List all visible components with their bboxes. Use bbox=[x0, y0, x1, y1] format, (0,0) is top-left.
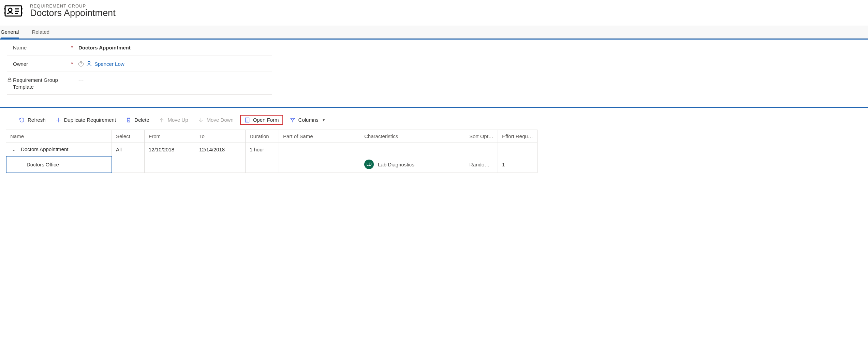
col-header-part-of-same[interactable]: Part of Same bbox=[279, 130, 360, 143]
required-indicator: * bbox=[71, 44, 73, 50]
page-title: Doctors Appointment bbox=[30, 8, 116, 18]
arrow-down-icon bbox=[198, 117, 204, 123]
col-header-characteristics[interactable]: Characteristics bbox=[360, 130, 465, 143]
cell-duration[interactable]: 1 hour bbox=[246, 143, 279, 156]
requirement-group-icon bbox=[4, 4, 23, 19]
move-down-button: Move Down bbox=[195, 115, 237, 124]
duplicate-requirement-button[interactable]: Duplicate Requirement bbox=[52, 115, 119, 124]
cell-characteristics[interactable]: LD Lab Diagnostics bbox=[360, 156, 465, 173]
cell-effort-required[interactable] bbox=[498, 143, 538, 156]
col-header-duration[interactable]: Duration bbox=[246, 130, 279, 143]
characteristic-text: Lab Diagnostics bbox=[378, 162, 414, 167]
col-header-from[interactable]: From bbox=[145, 130, 195, 143]
filter-icon bbox=[290, 117, 296, 123]
delete-button[interactable]: Delete bbox=[122, 115, 152, 124]
button-label: Open Form bbox=[253, 117, 279, 123]
tab-related[interactable]: Related bbox=[32, 29, 49, 38]
table-row[interactable]: ⌄ Doctors Appointment All 12/10/2018 12/… bbox=[6, 143, 538, 156]
refresh-icon bbox=[19, 117, 25, 123]
cell-name: Doctors Appointment bbox=[21, 146, 68, 152]
col-header-sort-option[interactable]: Sort Option bbox=[465, 130, 498, 143]
field-label: Owner bbox=[7, 61, 28, 68]
col-header-to[interactable]: To bbox=[195, 130, 246, 143]
cell-from[interactable] bbox=[145, 156, 195, 173]
button-label: Duplicate Requirement bbox=[64, 117, 116, 123]
person-icon bbox=[86, 61, 92, 67]
field-owner[interactable]: Owner * ? Spencer Low bbox=[7, 56, 272, 72]
requirements-grid[interactable]: Name Select From To Duration Part of Sam… bbox=[6, 130, 538, 173]
cell-select[interactable] bbox=[112, 156, 145, 173]
field-label: Requirement Group Template bbox=[7, 77, 65, 90]
cell-select[interactable]: All bbox=[112, 143, 145, 156]
field-value: --- bbox=[75, 77, 84, 83]
button-label: Refresh bbox=[28, 117, 46, 123]
cell-part-of-same[interactable] bbox=[279, 143, 360, 156]
cell-sort-option[interactable] bbox=[465, 143, 498, 156]
field-name[interactable]: Name * Doctors Appointment bbox=[7, 40, 272, 56]
cell-to[interactable]: 12/14/2018 bbox=[195, 143, 246, 156]
tab-general[interactable]: General bbox=[1, 29, 19, 39]
col-header-name[interactable]: Name bbox=[6, 130, 112, 143]
button-label: Move Down bbox=[207, 117, 234, 123]
chevron-down-icon: ▾ bbox=[323, 118, 325, 122]
button-label: Move Up bbox=[167, 117, 188, 123]
field-value[interactable]: Doctors Appointment bbox=[75, 45, 131, 50]
cell-name: Doctors Office bbox=[27, 162, 59, 167]
cell-part-of-same[interactable] bbox=[279, 156, 360, 173]
trash-icon bbox=[126, 117, 132, 123]
grid-toolbar: Refresh Duplicate Requirement Delete Mov… bbox=[0, 111, 868, 130]
col-header-effort-required[interactable]: Effort Require bbox=[498, 130, 538, 143]
lock-icon bbox=[8, 77, 12, 83]
move-up-button: Move Up bbox=[156, 115, 191, 124]
refresh-button[interactable]: Refresh bbox=[16, 115, 49, 124]
characteristic-badge: LD bbox=[364, 160, 374, 169]
tab-strip: General Related bbox=[0, 26, 868, 39]
cell-effort-required[interactable]: 1 bbox=[498, 156, 538, 173]
svg-rect-6 bbox=[8, 79, 11, 82]
grid-header-row: Name Select From To Duration Part of Sam… bbox=[6, 130, 538, 143]
field-label: Name bbox=[7, 44, 27, 51]
open-form-button[interactable]: Open Form bbox=[240, 115, 283, 125]
page-header: REQUIREMENT GROUP Doctors Appointment bbox=[0, 0, 868, 26]
field-requirement-group-template: Requirement Group Template --- bbox=[7, 72, 272, 95]
requirements-grid-section: Refresh Duplicate Requirement Delete Mov… bbox=[0, 107, 868, 173]
arrow-up-icon bbox=[159, 117, 165, 123]
chevron-down-icon[interactable]: ⌄ bbox=[12, 146, 16, 152]
owner-lookup-link[interactable]: Spencer Low bbox=[94, 61, 124, 67]
info-icon: ? bbox=[78, 61, 84, 66]
plus-icon bbox=[55, 117, 61, 123]
cell-from[interactable]: 12/10/2018 bbox=[145, 143, 195, 156]
cell-characteristics[interactable] bbox=[360, 143, 465, 156]
col-header-select[interactable]: Select bbox=[112, 130, 145, 143]
table-row[interactable]: Doctors Office LD Lab Diagnostics Random… bbox=[6, 156, 538, 173]
button-label: Columns bbox=[298, 117, 319, 123]
form-icon bbox=[244, 117, 250, 123]
cell-to[interactable] bbox=[195, 156, 246, 173]
button-label: Delete bbox=[134, 117, 149, 123]
svg-point-5 bbox=[88, 61, 90, 63]
cell-duration[interactable] bbox=[246, 156, 279, 173]
cell-sort-option[interactable]: Randomize bbox=[465, 156, 498, 173]
columns-button[interactable]: Columns ▾ bbox=[286, 115, 328, 124]
svg-point-1 bbox=[9, 8, 12, 12]
required-indicator: * bbox=[71, 61, 73, 66]
form-panel: Name * Doctors Appointment Owner * ? Spe… bbox=[0, 39, 868, 107]
